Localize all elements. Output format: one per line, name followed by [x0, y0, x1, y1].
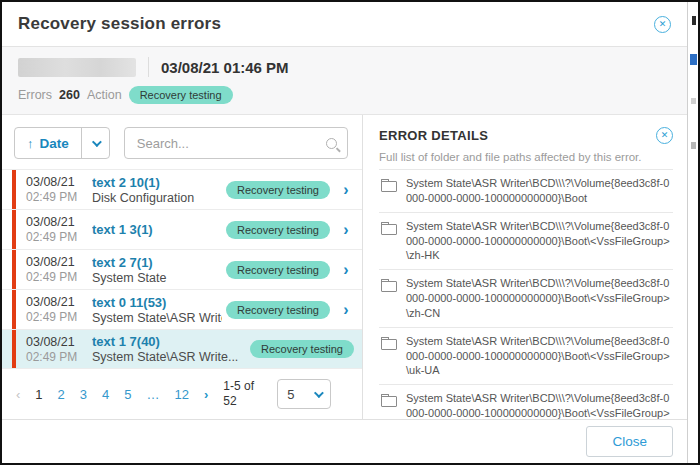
dialog-header: Recovery session errors ✕ — [2, 2, 687, 47]
status-badge: Recovery testing — [226, 261, 330, 279]
page-item[interactable]: 2 — [58, 387, 65, 402]
sort-ascending-icon: ↑ — [27, 136, 34, 151]
folder-icon — [381, 339, 397, 350]
folder-icon — [381, 396, 397, 407]
error-row[interactable]: 03/08/21 02:49 PM text 1 3(1) Recovery t… — [2, 209, 362, 249]
error-text: text 0 11(53) System State\ASR Write... — [92, 295, 226, 325]
close-button[interactable]: Close — [586, 426, 673, 457]
dialog-close-icon[interactable]: ✕ — [654, 16, 671, 33]
chevron-down-icon — [92, 137, 102, 147]
error-text: text 2 10(1) Disk Configuration — [92, 175, 226, 205]
redacted-session-name — [18, 58, 136, 77]
error-title-link[interactable]: text 2 7(1) — [92, 255, 222, 270]
severity-bar — [12, 210, 16, 249]
dialog-body: ↑ Date — [2, 115, 687, 419]
sort-button[interactable]: ↑ Date — [14, 127, 110, 159]
search-input[interactable] — [135, 135, 326, 152]
details-title: ERROR DETAILS — [379, 128, 488, 143]
sort-dropdown-toggle[interactable] — [81, 128, 109, 158]
path-item: System State\ASR Writer\BCD\\\?\Volume{8… — [379, 169, 673, 212]
details-subtitle: Full list of folder and file paths affec… — [379, 151, 673, 163]
folder-icon — [381, 224, 397, 235]
error-date: 03/08/21 — [26, 255, 92, 269]
session-timestamp: 03/08/21 01:46 PM — [161, 59, 289, 76]
error-time: 02:49 PM — [26, 350, 92, 364]
error-date: 03/08/21 — [26, 215, 92, 229]
error-time: 02:49 PM — [26, 310, 92, 324]
background-page-strip — [687, 2, 698, 463]
errors-count: 260 — [59, 88, 80, 102]
error-datetime: 03/08/21 02:49 PM — [26, 175, 92, 204]
status-badge: Recovery testing — [250, 340, 354, 358]
severity-bar — [12, 330, 16, 368]
page-item[interactable]: 4 — [102, 387, 109, 402]
folder-icon — [381, 181, 397, 192]
error-date: 03/08/21 — [26, 295, 92, 309]
error-row[interactable]: 03/08/21 02:49 PM text 2 7(1) System Sta… — [2, 249, 362, 289]
errors-pagination: ‹12345…12› 1-5 of 52 5 — [2, 369, 362, 421]
page-item[interactable]: › — [204, 387, 208, 402]
status-badge: Recovery testing — [226, 221, 330, 239]
error-title-link[interactable]: text 1 7(40) — [92, 334, 246, 349]
path-text: System State\ASR Writer\BCD\\\?\Volume{8… — [406, 334, 673, 379]
page-range: 1-5 of 52 — [223, 379, 267, 409]
chevron-down-icon — [314, 388, 324, 398]
search-icon — [326, 138, 337, 149]
divider — [148, 57, 149, 77]
error-time: 02:49 PM — [26, 230, 92, 244]
error-time: 02:49 PM — [26, 270, 92, 284]
severity-bar — [12, 170, 16, 209]
background-artifact — [692, 16, 696, 25]
chevron-right-icon[interactable]: › — [338, 182, 354, 198]
search-box[interactable] — [124, 127, 348, 159]
error-datetime: 03/08/21 02:49 PM — [26, 255, 92, 284]
path-text: System State\ASR Writer\BCD\\\?\Volume{8… — [406, 176, 673, 206]
details-close-icon[interactable]: ✕ — [656, 127, 673, 144]
error-row[interactable]: 03/08/21 02:49 PM text 2 10(1) Disk Conf… — [2, 169, 362, 209]
page-item[interactable]: ‹ — [16, 387, 20, 402]
page-item[interactable]: … — [147, 387, 160, 402]
error-text: text 1 7(40) System State\ASR Write... — [92, 334, 250, 364]
sort-label: Date — [40, 136, 69, 151]
error-datetime: 03/08/21 02:49 PM — [26, 295, 92, 324]
modal-frame: Recovery session errors ✕ 03/08/21 01:46… — [0, 0, 700, 465]
severity-bar — [12, 250, 16, 289]
page-item[interactable]: 3 — [80, 387, 87, 402]
background-artifact — [691, 98, 696, 104]
page-links: ‹12345…12› — [16, 387, 223, 402]
error-title-link[interactable]: text 0 11(53) — [92, 295, 222, 310]
session-info-section: 03/08/21 01:46 PM Errors 260 Action Reco… — [2, 47, 687, 115]
errors-label: Errors — [18, 88, 52, 102]
action-label: Action — [87, 88, 122, 102]
error-datetime: 03/08/21 02:49 PM — [26, 335, 92, 364]
dialog-footer: Close — [2, 419, 687, 463]
chevron-right-icon[interactable]: › — [338, 262, 354, 278]
affected-paths-list: System State\ASR Writer\BCD\\\?\Volume{8… — [379, 169, 673, 443]
error-time: 02:49 PM — [26, 190, 92, 204]
error-title-link[interactable]: text 2 10(1) — [92, 175, 222, 190]
error-text: text 2 7(1) System State — [92, 255, 226, 285]
page-item[interactable]: 5 — [124, 387, 131, 402]
chevron-right-icon[interactable]: › — [338, 222, 354, 238]
page-item[interactable]: 12 — [175, 387, 189, 402]
sort-by-date[interactable]: ↑ Date — [15, 128, 81, 158]
error-subtitle: Disk Configuration — [92, 191, 222, 205]
error-row[interactable]: 03/08/21 02:49 PM text 0 11(53) System S… — [2, 289, 362, 329]
severity-bar — [12, 290, 16, 329]
page-item[interactable]: 1 — [35, 387, 42, 402]
background-artifact — [690, 54, 697, 65]
chevron-right-icon[interactable]: › — [338, 302, 354, 318]
error-subtitle: System State — [92, 271, 222, 285]
error-row[interactable]: 03/08/21 02:49 PM text 1 7(40) System St… — [2, 329, 362, 369]
status-badge: Recovery testing — [226, 181, 330, 199]
recovery-session-errors-dialog: Recovery session errors ✕ 03/08/21 01:46… — [2, 2, 687, 463]
errors-list: 03/08/21 02:49 PM text 2 10(1) Disk Conf… — [2, 169, 362, 369]
error-date: 03/08/21 — [26, 175, 92, 189]
page-size-value: 5 — [287, 387, 294, 402]
details-header: ERROR DETAILS ✕ — [379, 127, 673, 144]
status-badge: Recovery testing — [226, 301, 330, 319]
error-title-link[interactable]: text 1 3(1) — [92, 222, 222, 237]
path-item: System State\ASR Writer\BCD\\\?\Volume{8… — [379, 212, 673, 270]
page-size-select[interactable]: 5 — [277, 379, 331, 409]
folder-icon — [381, 281, 397, 292]
